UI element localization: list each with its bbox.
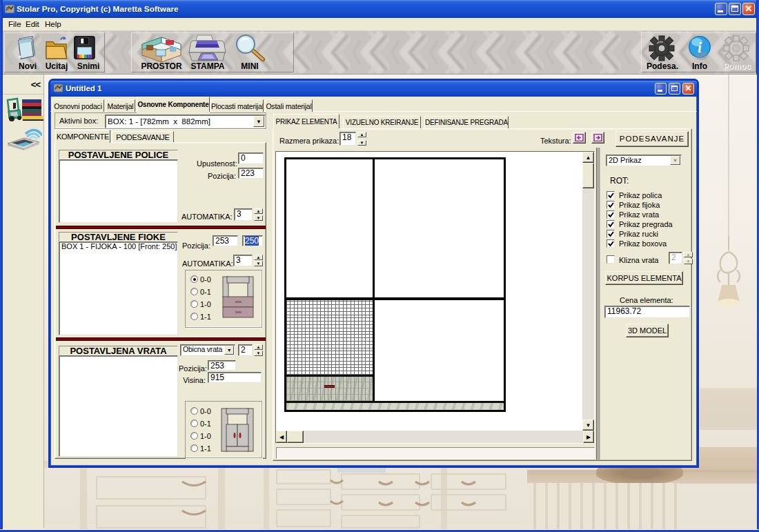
svg-text:i: i: [698, 40, 702, 55]
